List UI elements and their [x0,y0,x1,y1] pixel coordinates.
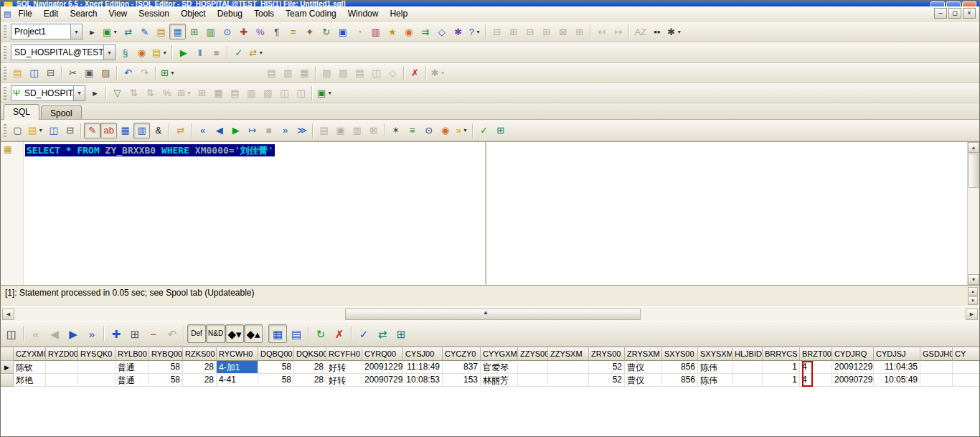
sql-text-area[interactable]: SELECT * FROM ZY_BRXXB0 WHERE XM0000='刘佳… [24,142,276,285]
column-header-cydjrq[interactable]: CYDJRQ [832,347,874,361]
toggle-nd-button[interactable]: N&D [206,324,225,343]
mdi-restore-button[interactable]: ◻ [948,8,961,19]
cell-hljbid[interactable] [732,361,763,374]
column-header-sxysxm[interactable]: SXYSXM [698,347,732,361]
column-header-rzks00[interactable]: RZKS00 [183,347,217,361]
cell-cy[interactable] [953,361,979,374]
cell-zzys00[interactable] [518,374,548,387]
cell-brrycs[interactable]: 1 [763,374,800,387]
scheduler-icon[interactable]: ◔ [351,24,367,39]
tools-icon[interactable]: ✶ [387,123,404,138]
convert-case-icon[interactable]: ⇄ [172,123,189,138]
toolbar-grip[interactable] [4,67,6,80]
commit-icon[interactable]: ✓ [354,324,373,343]
column-header-zzysxm[interactable]: ZZYSXM [548,347,589,361]
menu-debug[interactable]: Debug [212,7,248,20]
rollback-icon[interactable]: ⇄ [373,324,392,343]
cell-brzt00[interactable]: 4 [800,374,832,387]
web-support-icon[interactable]: ◉ [400,24,417,39]
scrollbar-track[interactable] [968,189,979,274]
sql-tracker-icon[interactable]: ↻ [318,24,334,39]
row-indicator[interactable] [1,374,14,387]
cell-rylb00[interactable]: 普通 [116,361,149,374]
cell-hljbid[interactable] [732,374,763,387]
execute-to-end-icon[interactable]: ↦ [244,123,260,138]
toolbar-grip[interactable] [4,46,6,59]
cell-cysj00[interactable]: 11:18:49 [403,361,443,374]
scroll-down-icon[interactable]: ▼ [968,274,979,285]
filter-icon[interactable]: ▽ [109,85,126,101]
scroll-right-icon[interactable]: ▶ [966,309,978,320]
column-header-rysqk0[interactable]: RYSQK0 [78,347,116,361]
cell-czyxm0[interactable]: 郑艳 [14,374,46,387]
table-browser-icon[interactable]: ⊞ [186,24,202,39]
delete-record-icon[interactable]: − [144,324,163,343]
column-header-rcyfh0[interactable]: RCYFH0 [326,347,362,361]
cell-dqbq00[interactable]: 58 [258,374,294,387]
menu-team-coding[interactable]: Team Coding [280,7,342,20]
toggle-columns-icon[interactable]: ▥ [133,123,150,138]
cell-czyxm0[interactable]: 陈钦 [14,361,46,374]
code-map-icon[interactable]: ◇ [433,24,450,39]
extract-ddl-icon[interactable]: ≡ [285,24,301,39]
execute-statement-icon[interactable]: ▶ [227,123,244,138]
record-view-icon[interactable]: ▤ [287,324,306,343]
session-browser-icon[interactable]: ⇄ [120,24,136,39]
cell-cyrq00[interactable]: 20091229 [362,361,403,374]
minimize-window-button[interactable] [930,1,945,6]
column-header-ryzd00[interactable]: RYZD00 [46,347,78,361]
editor-splitter[interactable] [485,142,486,285]
output-viewer-icon[interactable]: ▣ [334,24,351,39]
undo-icon[interactable]: ↶ [120,65,136,81]
column-header-cyygxm[interactable]: CYYGXM [481,347,518,361]
mdi-minimize-button[interactable]: – [934,8,947,19]
new-object-icon[interactable]: ✚ [235,24,252,39]
toggle-sort-down-button[interactable]: ◆▾ [225,324,244,343]
save-icon[interactable]: ◫ [26,65,42,81]
web-browser-icon[interactable]: ◉ [133,44,150,60]
previous-statement-icon[interactable]: ◀ [211,123,227,138]
splitter-collapse-icon[interactable]: ▲ [483,309,489,316]
find-objects-icon[interactable]: ⊙ [219,24,235,39]
column-header-zrysxm[interactable]: ZRYSXM [625,347,662,361]
paste-icon[interactable]: ▨ [98,65,114,81]
constraints-icon[interactable]: ▪▪ [649,24,665,39]
menu-search[interactable]: Search [64,7,103,20]
column-header-rylb00[interactable]: RYLB00 [116,347,149,361]
grid-options-icon[interactable]: ⊞ [492,123,509,138]
column-header-zzys00[interactable]: ZZYS00 [518,347,548,361]
cell-dqks00[interactable]: 28 [294,361,326,374]
session-combo-value[interactable]: SD_HOSPITAL@TEST_HIS [11,47,103,57]
cell-brrycs[interactable]: 1 [763,361,800,374]
menu-help[interactable]: Help [384,7,413,20]
server-monitor-icon[interactable]: ▥ [367,24,384,39]
benchmark-icon[interactable]: ★ [384,24,400,39]
close-window-button[interactable] [962,1,976,6]
pause-icon[interactable]: ‖ [192,44,208,60]
cell-ryzd00[interactable] [46,361,78,374]
cell-cy[interactable] [953,374,979,387]
toolbar-grip[interactable] [4,25,6,38]
snippets-icon[interactable]: »▼ [453,123,470,138]
menu-object[interactable]: Object [175,7,212,20]
cell-cydjrq[interactable]: 20091229 [832,361,874,374]
verify-icon[interactable]: ✓ [476,123,492,138]
cell-rysqk0[interactable] [78,361,116,374]
cell-zzysxm[interactable] [548,374,589,387]
cell-rycwh0[interactable]: 4-41 [217,374,258,387]
schema-split-button[interactable]: ▸ [87,85,103,101]
visual-builder-icon[interactable]: ▦ [169,24,186,39]
find-icon[interactable]: ⊙ [420,123,437,138]
project-options-button[interactable]: ▣▼ [100,24,120,39]
cell-gsdjh0[interactable] [920,374,953,387]
selected-cell-rycwh0[interactable]: 4-加1 [217,361,258,374]
last-statement-icon[interactable]: ≫ [293,123,310,138]
project-combo-dropdown-icon[interactable]: ▼ [70,24,82,39]
cell-cyczy0[interactable]: 153 [443,374,481,387]
cell-zrys00[interactable]: 52 [589,374,625,387]
cell-gsdjh0[interactable] [920,361,953,374]
cut-icon[interactable]: ✂ [65,65,81,81]
cell-cydjrq[interactable]: 20090729 [832,374,874,387]
last-record-icon[interactable]: » [83,324,101,343]
session-combo[interactable]: SD_HOSPITAL@TEST_HIS ▼ [11,44,116,60]
